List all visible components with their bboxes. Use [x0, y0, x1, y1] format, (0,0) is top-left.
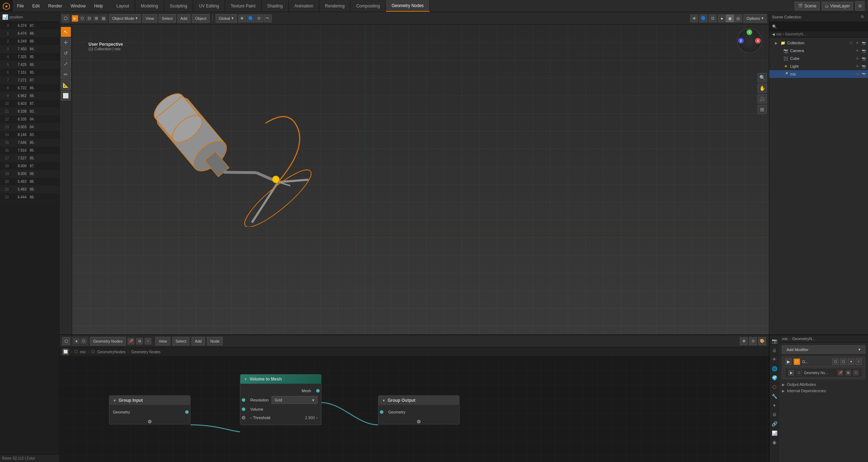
modifier-sub-pin[interactable]: 📌 [838, 370, 843, 376]
outliner-search[interactable] [769, 22, 868, 31]
select-btn[interactable]: Select [159, 14, 176, 23]
cube-render[interactable]: 📷 [861, 56, 867, 61]
orbit-view[interactable]: 🎥 [758, 94, 767, 103]
tab-sculpting[interactable]: Sculpting [164, 0, 193, 12]
prop-tab-data[interactable]: 📊 [770, 429, 779, 437]
modifier-expand-g[interactable]: ▶ [785, 359, 792, 365]
camera-render[interactable]: 📷 [861, 48, 867, 53]
prop-tab-render[interactable]: 📷 [770, 337, 779, 345]
ne-overlay-icon[interactable]: ⊙ [749, 337, 757, 345]
modifier-sub-close[interactable]: ✕ [853, 370, 859, 376]
scale-tool[interactable]: ⤢ [61, 59, 71, 69]
vtm-mesh-socket[interactable] [316, 389, 320, 393]
vtm-collapse[interactable]: ▼ [244, 377, 247, 381]
tab-uv-editing[interactable]: UV Editing [193, 0, 225, 12]
prop-tab-world[interactable]: 🌍 [770, 373, 779, 382]
ne-snap-icon[interactable]: ⊕ [740, 337, 748, 345]
group-input-geometry-socket[interactable] [185, 410, 189, 414]
options-btn[interactable]: Options ▾ [743, 14, 767, 23]
modifier-g-icon3[interactable]: ▾ [848, 359, 854, 365]
add-modifier-button[interactable]: Add Modifier ▾ [782, 345, 865, 354]
tab-geometry-nodes[interactable]: Geometry Nodes [386, 0, 430, 12]
vtm-threshold-arrow-left[interactable]: ‹ [250, 416, 252, 420]
tab-compositing[interactable]: Compositing [350, 0, 386, 12]
prop-tab-modifier[interactable]: 🔧 [770, 392, 779, 400]
outliner-item-collection[interactable]: ▶ 📁 Collection ☑ 👁 📷 [769, 39, 868, 47]
prop-tab-object[interactable]: ⬡ [770, 383, 779, 391]
annotate-tool[interactable]: ✏ [61, 69, 71, 79]
header-select-mode-4[interactable]: ⊞ [93, 15, 99, 22]
node-editor-mode-icon[interactable]: ⬡ [62, 337, 70, 345]
help-menu[interactable]: Help [90, 0, 107, 12]
overlay-btn[interactable]: 🔵 [699, 15, 707, 22]
group-input-collapse[interactable]: ▼ [113, 399, 116, 402]
zoom-to-cursor[interactable]: 🔍 [758, 73, 767, 82]
curve-btn[interactable]: 〜 [264, 15, 272, 22]
prop-tab-constraint[interactable]: 🔗 [770, 419, 779, 428]
header-select-mode-2[interactable]: ⬡ [79, 15, 85, 22]
cube-visible[interactable]: 👁 [855, 56, 860, 61]
ne-icon-2[interactable]: ⬡ [80, 338, 87, 344]
add-btn[interactable]: Add [177, 14, 191, 23]
group-output-collapse[interactable]: ▼ [382, 399, 386, 402]
outliner-item-cube[interactable]: ⬛ Cube 👁 📷 [769, 55, 868, 62]
camera-visible[interactable]: 👁 [855, 48, 860, 53]
snap-btn[interactable]: ⊕ [238, 15, 246, 22]
tab-shading[interactable]: Shading [262, 0, 289, 12]
vtm-resolution-socket[interactable] [242, 398, 245, 402]
file-menu[interactable]: File [13, 0, 28, 12]
node-editor-title-btn[interactable]: Geometry Nodes [90, 337, 126, 345]
tab-modeling[interactable]: Modeling [135, 0, 164, 12]
material-shade-btn[interactable]: ◉ [726, 15, 734, 22]
tab-animation[interactable]: Animation [289, 0, 319, 12]
vtm-threshold-arrow-right[interactable]: › [316, 416, 318, 420]
transform-btn[interactable]: Global ▾ [216, 14, 237, 23]
modifier-g-close[interactable]: ✕ [856, 359, 862, 365]
header-select-mode-3[interactable]: ⊡ [86, 15, 92, 22]
gizmo-toggle[interactable]: 👁 [690, 15, 698, 22]
node-canvas[interactable]: ▼ Group Input Geometry [59, 356, 769, 462]
prop-edit[interactable]: ⊙ [255, 15, 263, 22]
outliner-item-light[interactable]: ☀ Light 👁 📷 [769, 62, 868, 70]
viewport-canvas[interactable]: User Perspective (1) Collection | mic [72, 25, 769, 334]
cursor-tool[interactable]: ↖ [61, 27, 71, 37]
header-select-mode-5[interactable]: ▤ [100, 15, 107, 22]
tab-texture-paint[interactable]: Texture Paint [225, 0, 262, 12]
view-layer-selector[interactable]: 🗂 ViewLayer [822, 2, 853, 10]
snap-magnet[interactable]: 🔵 [247, 15, 255, 22]
header-icon-btn-1[interactable]: ⚙ [855, 1, 864, 11]
window-menu[interactable]: Window [66, 0, 90, 12]
object-btn[interactable]: Object [192, 14, 210, 23]
prop-tab-material[interactable]: ◉ [770, 438, 779, 446]
prop-tab-view[interactable]: 👁 [770, 355, 779, 364]
ne-icon-1[interactable]: ● [73, 338, 80, 344]
persp-ortho[interactable]: ⊞ [758, 105, 767, 114]
vtm-volume-socket[interactable] [242, 407, 245, 411]
mic-render[interactable]: 📷 [861, 71, 867, 77]
ne-close-icon[interactable]: ✕ [145, 338, 151, 344]
prop-tab-physics[interactable]: ⚙ [770, 410, 779, 419]
internal-dependencies-section[interactable]: ▶ Internal Dependencies [779, 388, 868, 394]
tab-rendering[interactable]: Rendering [319, 0, 350, 12]
modifier-g-icon1[interactable]: ⬡ [832, 359, 839, 365]
rendered-shade-btn[interactable]: ◎ [734, 15, 742, 22]
pan-view[interactable]: ✋ [758, 84, 767, 93]
outliner-filter-icon[interactable]: ⚙ [860, 14, 865, 20]
rotate-tool[interactable]: ↺ [61, 48, 71, 58]
header-select-mode-1[interactable]: ▶ [72, 15, 78, 22]
group-output-extend-socket[interactable] [417, 420, 421, 423]
outliner-item-camera[interactable]: 📷 Camera 👁 📷 [769, 47, 868, 55]
xray-btn[interactable]: ⊡ [709, 15, 716, 22]
solid-shade-btn[interactable]: ● [718, 15, 726, 22]
measure-tool[interactable]: 📐 [61, 80, 71, 90]
group-output-geometry-in-socket[interactable] [380, 410, 383, 414]
scene-selector[interactable]: 🎬 Scene [795, 2, 820, 10]
outliner-item-mic[interactable]: 🎤 mic 👁 📷 [769, 70, 868, 78]
ne-color-icon[interactable]: 🎨 [758, 337, 766, 345]
ne-add-btn[interactable]: Add [192, 337, 205, 345]
prop-tab-particle[interactable]: ✦ [770, 401, 779, 410]
prop-tab-scene[interactable]: 🌐 [770, 364, 779, 373]
ne-node-btn[interactable]: Node [207, 337, 223, 345]
output-attributes-section[interactable]: ▶ Output Attributes [779, 381, 868, 388]
edit-menu[interactable]: Edit [28, 0, 44, 12]
